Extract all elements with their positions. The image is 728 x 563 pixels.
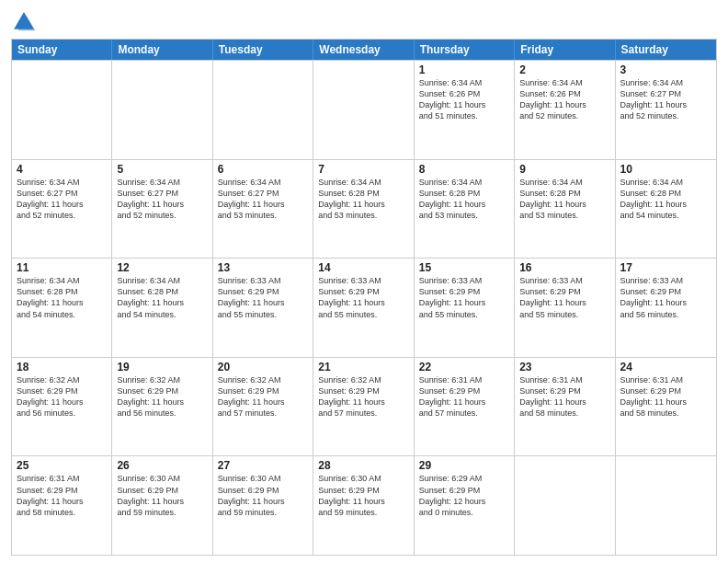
- cell-day-number: 24: [620, 361, 711, 373]
- calendar-cell: 25Sunrise: 6:31 AM Sunset: 6:29 PM Dayli…: [12, 456, 112, 555]
- cell-info: Sunrise: 6:32 AM Sunset: 6:29 PM Dayligh…: [117, 374, 207, 419]
- logo-icon: [11, 9, 37, 35]
- calendar-week-0: 1Sunrise: 6:34 AM Sunset: 6:26 PM Daylig…: [12, 60, 716, 159]
- calendar-cell: 16Sunrise: 6:33 AM Sunset: 6:29 PM Dayli…: [515, 259, 615, 357]
- cell-info: Sunrise: 6:34 AM Sunset: 6:26 PM Dayligh…: [519, 77, 609, 122]
- cell-day-number: 20: [218, 361, 308, 373]
- calendar: SundayMondayTuesdayWednesdayThursdayFrid…: [11, 39, 717, 556]
- cell-day-number: 17: [620, 261, 711, 274]
- calendar-cell: [112, 61, 212, 159]
- calendar-cell: 23Sunrise: 6:31 AM Sunset: 6:29 PM Dayli…: [515, 358, 615, 456]
- cell-info: Sunrise: 6:34 AM Sunset: 6:28 PM Dayligh…: [620, 177, 711, 222]
- cell-info: Sunrise: 6:32 AM Sunset: 6:29 PM Dayligh…: [17, 374, 107, 419]
- calendar-cell: 29Sunrise: 6:29 AM Sunset: 6:29 PM Dayli…: [415, 456, 515, 555]
- cell-day-number: 23: [519, 361, 609, 373]
- cell-info: Sunrise: 6:34 AM Sunset: 6:27 PM Dayligh…: [17, 177, 107, 222]
- cell-info: Sunrise: 6:29 AM Sunset: 6:29 PM Dayligh…: [419, 473, 509, 518]
- calendar-cell: 3Sunrise: 6:34 AM Sunset: 6:27 PM Daylig…: [616, 61, 716, 159]
- calendar-cell: [515, 456, 615, 555]
- calendar-header-cell: Saturday: [616, 40, 716, 60]
- calendar-week-1: 4Sunrise: 6:34 AM Sunset: 6:27 PM Daylig…: [12, 159, 716, 259]
- cell-info: Sunrise: 6:34 AM Sunset: 6:28 PM Dayligh…: [17, 275, 107, 320]
- cell-info: Sunrise: 6:32 AM Sunset: 6:29 PM Dayligh…: [218, 374, 308, 419]
- cell-day-number: 9: [519, 163, 609, 176]
- calendar-cell: 11Sunrise: 6:34 AM Sunset: 6:28 PM Dayli…: [12, 259, 112, 357]
- cell-day-number: 2: [519, 63, 609, 76]
- cell-day-number: 1: [419, 63, 509, 76]
- cell-day-number: 19: [117, 361, 207, 373]
- calendar-cell: 26Sunrise: 6:30 AM Sunset: 6:29 PM Dayli…: [112, 456, 212, 555]
- calendar-cell: 20Sunrise: 6:32 AM Sunset: 6:29 PM Dayli…: [213, 358, 313, 456]
- calendar-body: 1Sunrise: 6:34 AM Sunset: 6:26 PM Daylig…: [12, 60, 716, 555]
- cell-info: Sunrise: 6:34 AM Sunset: 6:28 PM Dayligh…: [419, 177, 509, 222]
- calendar-week-3: 18Sunrise: 6:32 AM Sunset: 6:29 PM Dayli…: [12, 357, 716, 456]
- calendar-cell: 24Sunrise: 6:31 AM Sunset: 6:29 PM Dayli…: [616, 358, 716, 456]
- cell-day-number: 29: [419, 459, 509, 472]
- cell-info: Sunrise: 6:31 AM Sunset: 6:29 PM Dayligh…: [519, 374, 609, 419]
- cell-info: Sunrise: 6:30 AM Sunset: 6:29 PM Dayligh…: [318, 473, 408, 518]
- calendar-cell: 6Sunrise: 6:34 AM Sunset: 6:27 PM Daylig…: [213, 160, 313, 259]
- cell-day-number: 10: [620, 163, 711, 176]
- calendar-header-cell: Friday: [515, 40, 615, 60]
- calendar-cell: 18Sunrise: 6:32 AM Sunset: 6:29 PM Dayli…: [12, 358, 112, 456]
- calendar-cell: 21Sunrise: 6:32 AM Sunset: 6:29 PM Dayli…: [313, 358, 414, 456]
- calendar-cell: 28Sunrise: 6:30 AM Sunset: 6:29 PM Dayli…: [313, 456, 414, 555]
- cell-day-number: 8: [419, 163, 509, 176]
- calendar-cell: 27Sunrise: 6:30 AM Sunset: 6:29 PM Dayli…: [213, 456, 313, 555]
- cell-info: Sunrise: 6:34 AM Sunset: 6:27 PM Dayligh…: [620, 77, 711, 122]
- cell-day-number: 12: [117, 261, 207, 274]
- calendar-cell: [616, 456, 716, 555]
- cell-info: Sunrise: 6:32 AM Sunset: 6:29 PM Dayligh…: [318, 374, 408, 419]
- cell-info: Sunrise: 6:33 AM Sunset: 6:29 PM Dayligh…: [218, 275, 308, 320]
- calendar-cell: 14Sunrise: 6:33 AM Sunset: 6:29 PM Dayli…: [313, 259, 414, 357]
- cell-day-number: 3: [620, 63, 711, 76]
- calendar-cell: 12Sunrise: 6:34 AM Sunset: 6:28 PM Dayli…: [112, 259, 212, 357]
- header: [11, 9, 717, 35]
- calendar-cell: 15Sunrise: 6:33 AM Sunset: 6:29 PM Dayli…: [415, 259, 515, 357]
- calendar-header-cell: Wednesday: [313, 40, 414, 60]
- calendar-cell: [313, 61, 414, 159]
- cell-day-number: 18: [17, 361, 107, 373]
- cell-day-number: 15: [419, 261, 509, 274]
- calendar-cell: [12, 61, 112, 159]
- cell-info: Sunrise: 6:33 AM Sunset: 6:29 PM Dayligh…: [519, 275, 609, 320]
- calendar-cell: 1Sunrise: 6:34 AM Sunset: 6:26 PM Daylig…: [415, 61, 515, 159]
- calendar-cell: 10Sunrise: 6:34 AM Sunset: 6:28 PM Dayli…: [616, 160, 716, 259]
- cell-info: Sunrise: 6:33 AM Sunset: 6:29 PM Dayligh…: [419, 275, 509, 320]
- cell-info: Sunrise: 6:30 AM Sunset: 6:29 PM Dayligh…: [218, 473, 308, 518]
- calendar-header-cell: Sunday: [12, 40, 112, 60]
- calendar-header-cell: Monday: [112, 40, 212, 60]
- calendar-cell: 5Sunrise: 6:34 AM Sunset: 6:27 PM Daylig…: [112, 160, 212, 259]
- calendar-week-4: 25Sunrise: 6:31 AM Sunset: 6:29 PM Dayli…: [12, 455, 716, 555]
- cell-day-number: 13: [218, 261, 308, 274]
- cell-day-number: 14: [318, 261, 408, 274]
- cell-day-number: 16: [519, 261, 609, 274]
- cell-info: Sunrise: 6:31 AM Sunset: 6:29 PM Dayligh…: [419, 374, 509, 419]
- cell-day-number: 22: [419, 361, 509, 373]
- cell-info: Sunrise: 6:34 AM Sunset: 6:26 PM Dayligh…: [419, 77, 509, 122]
- cell-day-number: 6: [218, 163, 308, 176]
- cell-day-number: 26: [117, 459, 207, 472]
- cell-info: Sunrise: 6:34 AM Sunset: 6:28 PM Dayligh…: [318, 177, 408, 222]
- calendar-cell: 8Sunrise: 6:34 AM Sunset: 6:28 PM Daylig…: [415, 160, 515, 259]
- cell-day-number: 5: [117, 163, 207, 176]
- calendar-cell: 2Sunrise: 6:34 AM Sunset: 6:26 PM Daylig…: [515, 61, 615, 159]
- calendar-cell: 13Sunrise: 6:33 AM Sunset: 6:29 PM Dayli…: [213, 259, 313, 357]
- calendar-cell: 17Sunrise: 6:33 AM Sunset: 6:29 PM Dayli…: [616, 259, 716, 357]
- cell-info: Sunrise: 6:34 AM Sunset: 6:28 PM Dayligh…: [117, 275, 207, 320]
- cell-info: Sunrise: 6:34 AM Sunset: 6:27 PM Dayligh…: [218, 177, 308, 222]
- cell-info: Sunrise: 6:31 AM Sunset: 6:29 PM Dayligh…: [620, 374, 711, 419]
- logo: [11, 9, 40, 35]
- calendar-header-cell: Tuesday: [213, 40, 313, 60]
- cell-day-number: 25: [17, 459, 107, 472]
- cell-day-number: 21: [318, 361, 408, 373]
- cell-day-number: 4: [17, 163, 107, 176]
- calendar-cell: 9Sunrise: 6:34 AM Sunset: 6:28 PM Daylig…: [515, 160, 615, 259]
- cell-info: Sunrise: 6:30 AM Sunset: 6:29 PM Dayligh…: [117, 473, 207, 518]
- calendar-header-row: SundayMondayTuesdayWednesdayThursdayFrid…: [12, 40, 716, 60]
- cell-info: Sunrise: 6:31 AM Sunset: 6:29 PM Dayligh…: [17, 473, 107, 518]
- calendar-cell: 19Sunrise: 6:32 AM Sunset: 6:29 PM Dayli…: [112, 358, 212, 456]
- calendar-cell: [213, 61, 313, 159]
- calendar-cell: 4Sunrise: 6:34 AM Sunset: 6:27 PM Daylig…: [12, 160, 112, 259]
- cell-info: Sunrise: 6:34 AM Sunset: 6:27 PM Dayligh…: [117, 177, 207, 222]
